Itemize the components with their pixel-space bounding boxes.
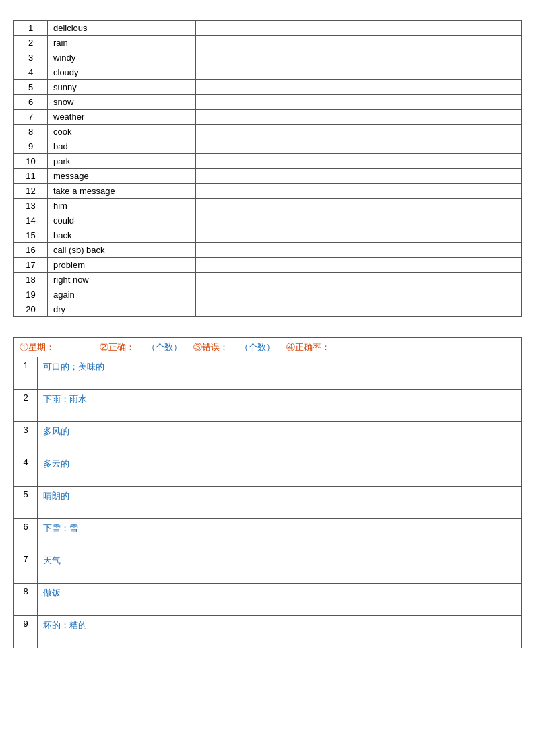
chinese-text: 可口的；美味的	[43, 362, 104, 372]
row-number: 11	[14, 169, 48, 184]
answer-cell[interactable]	[172, 422, 522, 454]
answer-cell[interactable]	[172, 390, 522, 422]
word-cell: rain	[48, 36, 196, 50]
header-label6: ④正确率：	[286, 342, 330, 352]
header-label2: ②正确：	[100, 342, 135, 352]
header-label4: ③错误：	[193, 342, 228, 352]
vocab-table: 1 delicious 2 rain 3 windy 4 cloudy 5 su…	[13, 20, 522, 317]
row-number: 13	[14, 199, 48, 213]
row-number: 9	[14, 139, 48, 154]
table-row: 16 call (sb) back	[14, 243, 522, 258]
row-number: 7	[14, 110, 48, 125]
practice-row-number: 1	[14, 357, 38, 390]
practice-row: 7 天气	[14, 551, 522, 584]
translation-cell	[196, 184, 522, 199]
practice-row: 2 下雨；雨水	[14, 390, 522, 422]
header-label5: （个数）	[240, 342, 275, 352]
answer-cell[interactable]	[172, 616, 522, 648]
practice-row-number: 6	[14, 519, 38, 551]
word-cell: windy	[48, 50, 196, 65]
practice-row-number: 2	[14, 390, 38, 422]
word-cell: delicious	[48, 21, 196, 36]
row-number: 6	[14, 95, 48, 110]
practice-row: 8 做饭	[14, 584, 522, 616]
row-number: 17	[14, 258, 48, 273]
answer-cell[interactable]	[172, 357, 522, 390]
practice-row-number: 4	[14, 454, 38, 487]
translation-cell	[196, 258, 522, 273]
chinese-cell: 晴朗的	[38, 487, 172, 519]
translation-cell	[196, 36, 522, 50]
word-cell: cook	[48, 125, 196, 139]
table-row: 4 cloudy	[14, 65, 522, 80]
practice-row-number: 9	[14, 616, 38, 648]
row-number: 16	[14, 243, 48, 258]
chinese-cell: 下雨；雨水	[38, 390, 172, 422]
table-row: 13 him	[14, 199, 522, 213]
translation-cell	[196, 110, 522, 125]
answer-cell[interactable]	[172, 519, 522, 551]
practice-row-number: 5	[14, 487, 38, 519]
chinese-text: 坏的；糟的	[43, 620, 87, 630]
row-number: 19	[14, 287, 48, 302]
table-row: 18 right now	[14, 273, 522, 287]
table-row: 8 cook	[14, 125, 522, 139]
answer-cell[interactable]	[172, 551, 522, 584]
practice-row-number: 3	[14, 422, 38, 454]
translation-cell	[196, 95, 522, 110]
translation-cell	[196, 287, 522, 302]
table-row: 12 take a message	[14, 184, 522, 199]
word-cell: call (sb) back	[48, 243, 196, 258]
word-cell: could	[48, 213, 196, 228]
practice-row: 3 多风的	[14, 422, 522, 454]
table-row: 20 dry	[14, 302, 522, 317]
practice-row: 9 坏的；糟的	[14, 616, 522, 648]
answer-cell[interactable]	[172, 584, 522, 616]
chinese-text: 下雪；雪	[43, 523, 78, 533]
answer-cell[interactable]	[172, 454, 522, 487]
table-row: 10 park	[14, 154, 522, 169]
chinese-text: 多云的	[43, 458, 69, 469]
chinese-cell: 坏的；糟的	[38, 616, 172, 648]
translation-cell	[196, 243, 522, 258]
word-cell: right now	[48, 273, 196, 287]
row-number: 3	[14, 50, 48, 65]
chinese-cell: 多风的	[38, 422, 172, 454]
table-row: 5 sunny	[14, 80, 522, 95]
word-cell: park	[48, 154, 196, 169]
word-cell: dry	[48, 302, 196, 317]
table-row: 9 bad	[14, 139, 522, 154]
translation-cell	[196, 125, 522, 139]
practice-row: 5 晴朗的	[14, 487, 522, 519]
header-label3: （个数）	[147, 342, 182, 352]
chinese-text: 晴朗的	[43, 491, 69, 501]
row-number: 4	[14, 65, 48, 80]
word-cell: again	[48, 287, 196, 302]
chinese-cell: 多云的	[38, 454, 172, 487]
word-cell: bad	[48, 139, 196, 154]
translation-cell	[196, 65, 522, 80]
chinese-text: 下雨；雨水	[43, 394, 87, 404]
translation-cell	[196, 154, 522, 169]
practice-row-number: 8	[14, 584, 38, 616]
chinese-cell: 下雪；雪	[38, 519, 172, 551]
practice-row-number: 7	[14, 551, 38, 584]
answer-cell[interactable]	[172, 487, 522, 519]
word-cell: him	[48, 199, 196, 213]
chinese-cell: 可口的；美味的	[38, 357, 172, 390]
table-row: 7 weather	[14, 110, 522, 125]
chinese-cell: 天气	[38, 551, 172, 584]
row-number: 1	[14, 21, 48, 36]
translation-cell	[196, 228, 522, 243]
row-number: 18	[14, 273, 48, 287]
word-cell: weather	[48, 110, 196, 125]
chinese-text: 多风的	[43, 426, 69, 436]
practice-header-row: ①星期： ②正确： （个数） ③错误： （个数） ④正确率：	[14, 338, 522, 357]
row-number: 2	[14, 36, 48, 50]
practice-table: ①星期： ②正确： （个数） ③错误： （个数） ④正确率： 1 可口的；美味的…	[13, 337, 522, 648]
table-row: 15 back	[14, 228, 522, 243]
practice-row: 6 下雪；雪	[14, 519, 522, 551]
word-cell: cloudy	[48, 65, 196, 80]
translation-cell	[196, 213, 522, 228]
table-row: 6 snow	[14, 95, 522, 110]
